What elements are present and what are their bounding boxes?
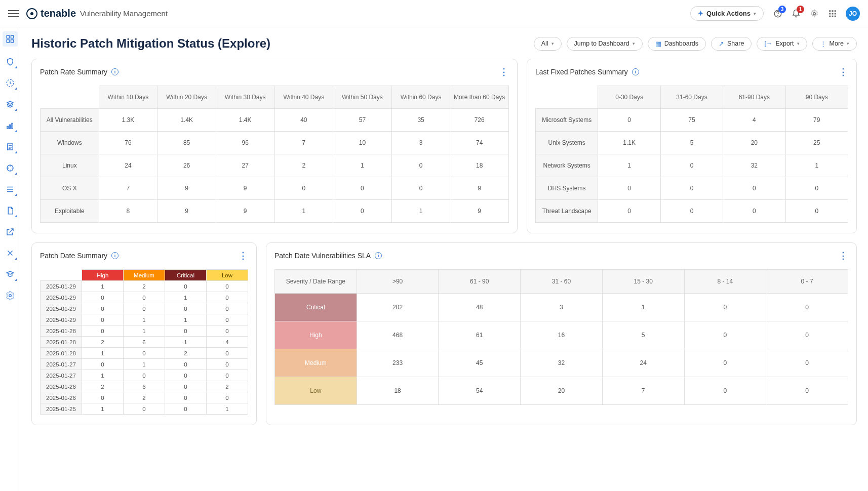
table-cell[interactable]: 0 [660, 200, 723, 223]
table-cell[interactable]: 1 [124, 359, 165, 370]
table-cell[interactable]: 10 [333, 132, 392, 154]
table-cell[interactable]: 0 [207, 303, 248, 314]
table-cell[interactable]: 0 [333, 177, 392, 200]
table-cell[interactable]: 0 [207, 281, 248, 292]
table-cell[interactable]: 0 [82, 359, 124, 370]
table-cell[interactable]: 1 [207, 403, 248, 415]
table-cell[interactable]: 32 [521, 349, 603, 377]
table-cell[interactable]: 32 [723, 154, 785, 177]
table-cell[interactable]: 0 [598, 200, 660, 223]
table-cell[interactable]: 1 [602, 294, 684, 321]
table-cell[interactable]: 0 [785, 177, 848, 200]
table-cell[interactable]: 0 [391, 154, 450, 177]
sidebar-item-export[interactable] [4, 226, 16, 238]
table-cell[interactable]: 2 [124, 392, 165, 403]
sidebar-item-tools[interactable] [4, 247, 16, 259]
sidebar-item-activity[interactable] [4, 77, 16, 89]
table-cell[interactable]: 1 [165, 292, 207, 303]
table-cell[interactable]: 202 [357, 294, 439, 321]
table-cell[interactable]: 0 [124, 292, 165, 303]
table-cell[interactable]: 2 [82, 381, 124, 392]
table-cell[interactable]: 1 [165, 314, 207, 325]
apps-grid-icon[interactable] [827, 9, 838, 19]
table-cell[interactable]: 0 [165, 281, 207, 292]
table-cell[interactable]: 61 [439, 321, 521, 349]
table-cell[interactable]: 0 [723, 200, 785, 223]
table-cell[interactable]: 1.4K [157, 109, 216, 132]
table-cell[interactable]: 0 [82, 325, 124, 337]
table-cell[interactable]: 1 [82, 403, 124, 415]
table-cell[interactable]: 0 [766, 294, 848, 321]
table-cell[interactable]: 1 [274, 200, 333, 223]
table-cell[interactable]: 18 [450, 154, 509, 177]
table-cell[interactable]: 0 [165, 370, 207, 381]
sidebar-item-analytics[interactable] [4, 119, 16, 132]
table-cell[interactable]: 0 [684, 294, 766, 321]
menu-toggle-button[interactable] [8, 8, 19, 19]
table-cell[interactable]: 1.4K [216, 109, 274, 132]
sidebar-item-settings[interactable] [4, 290, 16, 302]
table-cell[interactable]: 0 [207, 325, 248, 337]
table-cell[interactable]: 0 [165, 403, 207, 415]
table-cell[interactable]: 35 [391, 109, 450, 132]
table-cell[interactable]: 5 [602, 321, 684, 349]
card-menu-button[interactable]: ⋮ [239, 250, 248, 261]
table-cell[interactable]: 24 [602, 349, 684, 377]
table-cell[interactable]: 0 [165, 303, 207, 314]
filter-all-button[interactable]: All▾ [534, 37, 562, 51]
table-cell[interactable]: 0 [207, 292, 248, 303]
table-cell[interactable]: 0 [660, 154, 723, 177]
table-cell[interactable]: 0 [165, 392, 207, 403]
table-cell[interactable]: 0 [766, 349, 848, 377]
sidebar-item-education[interactable] [4, 268, 16, 280]
table-cell[interactable]: 0 [598, 109, 660, 132]
table-cell[interactable]: 0 [82, 392, 124, 403]
table-cell[interactable]: 7 [602, 377, 684, 405]
table-cell[interactable]: 0 [333, 200, 392, 223]
table-cell[interactable]: 40 [274, 109, 333, 132]
table-cell[interactable]: 76 [99, 132, 157, 154]
table-cell[interactable]: 45 [439, 349, 521, 377]
table-cell[interactable]: 0 [274, 177, 333, 200]
card-menu-button[interactable]: ⋮ [839, 250, 848, 261]
table-cell[interactable]: 16 [521, 321, 603, 349]
table-cell[interactable]: 85 [157, 132, 216, 154]
table-cell[interactable]: 1 [598, 154, 660, 177]
sidebar-item-document[interactable] [4, 204, 16, 217]
table-cell[interactable]: 0 [766, 377, 848, 405]
table-cell[interactable]: 7 [274, 132, 333, 154]
table-cell[interactable]: 7 [99, 177, 157, 200]
sidebar-item-list[interactable] [4, 183, 16, 195]
export-button[interactable]: [→Export▾ [757, 37, 807, 51]
table-cell[interactable]: 233 [357, 349, 439, 377]
table-cell[interactable]: 5 [660, 132, 723, 154]
user-avatar[interactable]: JO [846, 7, 860, 21]
sidebar-item-reports[interactable] [4, 141, 16, 153]
info-icon[interactable]: i [632, 68, 639, 75]
table-cell[interactable]: 8 [99, 200, 157, 223]
table-cell[interactable]: 26 [157, 154, 216, 177]
table-cell[interactable]: 0 [598, 177, 660, 200]
table-cell[interactable]: 0 [124, 303, 165, 314]
table-cell[interactable]: 0 [723, 177, 785, 200]
card-menu-button[interactable]: ⋮ [839, 66, 848, 77]
table-cell[interactable]: 0 [165, 359, 207, 370]
table-cell[interactable]: 0 [684, 321, 766, 349]
table-cell[interactable]: 54 [439, 377, 521, 405]
quick-actions-button[interactable]: ✦ Quick Actions ▾ [690, 6, 764, 21]
table-cell[interactable]: 1 [333, 154, 392, 177]
table-cell[interactable]: 48 [439, 294, 521, 321]
table-cell[interactable]: 2 [165, 348, 207, 359]
table-cell[interactable]: 25 [785, 132, 848, 154]
table-cell[interactable]: 20 [521, 377, 603, 405]
table-cell[interactable]: 0 [165, 381, 207, 392]
table-cell[interactable]: 6 [124, 381, 165, 392]
table-cell[interactable]: 3 [391, 132, 450, 154]
table-cell[interactable]: 1 [82, 370, 124, 381]
table-cell[interactable]: 2 [207, 381, 248, 392]
table-cell[interactable]: 0 [82, 292, 124, 303]
table-cell[interactable]: 1 [124, 325, 165, 337]
table-cell[interactable]: 2 [274, 154, 333, 177]
table-cell[interactable]: 1.3K [99, 109, 157, 132]
table-cell[interactable]: 0 [766, 321, 848, 349]
